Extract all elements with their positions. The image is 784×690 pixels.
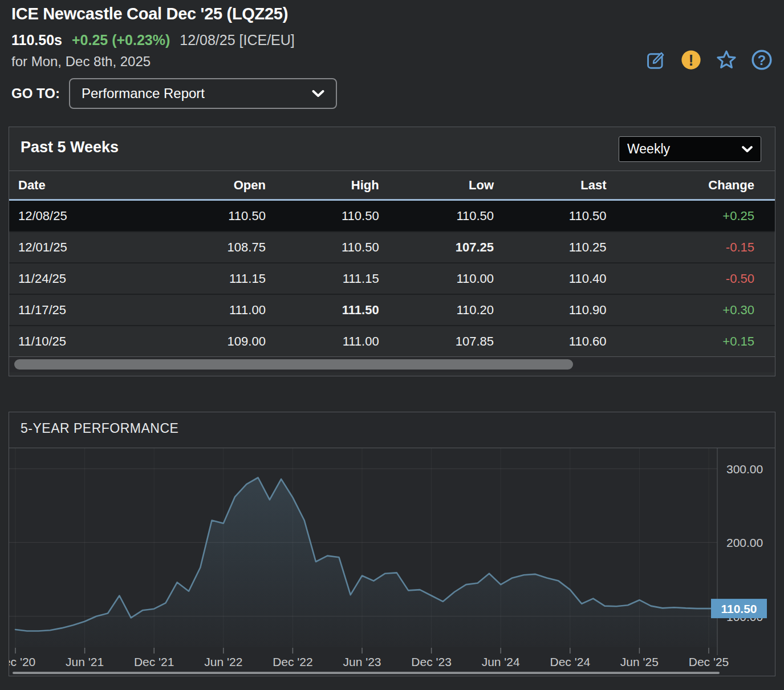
- svg-text:!: !: [689, 52, 694, 69]
- low-cell: 110.50: [381, 200, 496, 232]
- page-title: ICE Newcastle Coal Dec '25 (LQZ25): [11, 5, 288, 23]
- table-row[interactable]: 12/08/25110.50110.50110.50110.50+0.25: [9, 200, 775, 232]
- low-cell: 110.00: [381, 263, 496, 294]
- table-panel-header: Past 5 Weeks Weekly: [9, 127, 775, 171]
- price-area-fill: [15, 478, 717, 648]
- price-change: +0.25 (+0.23%): [72, 32, 170, 48]
- help-icon[interactable]: ?: [751, 49, 773, 71]
- date-cell: 11/10/25: [9, 326, 155, 356]
- date-cell: 12/08/25: [9, 200, 155, 232]
- svg-text:?: ?: [758, 52, 766, 68]
- open-cell: 111.15: [155, 263, 268, 294]
- quote-date-source: 12/08/25 [ICE/EU]: [180, 32, 295, 48]
- goto-row: GO TO: Performance Report: [11, 78, 337, 109]
- weekly-price-table: Date Open High Low Last Change 12/08/251…: [9, 171, 775, 356]
- chart-area: Dec '20Jun '21Dec '21Jun '22Dec '22Jun '…: [9, 448, 775, 671]
- chevron-down-icon: [312, 90, 324, 98]
- table-row[interactable]: 11/17/25111.00111.50110.20110.90+0.30: [9, 294, 775, 326]
- chevron-down-icon: [742, 146, 753, 153]
- open-cell: 109.00: [155, 326, 268, 356]
- five-year-performance-chart[interactable]: Dec '20Jun '21Dec '21Jun '22Dec '22Jun '…: [9, 448, 775, 671]
- change-cell: +0.30: [609, 294, 775, 326]
- x-axis-label: Jun '23: [343, 655, 381, 668]
- col-high: High: [268, 171, 381, 200]
- open-cell: 111.00: [155, 294, 268, 326]
- x-axis-label: Dec '20: [9, 655, 35, 668]
- low-cell: 107.85: [381, 326, 496, 356]
- goto-select[interactable]: Performance Report: [69, 78, 337, 109]
- last-cell: 110.50: [496, 200, 608, 232]
- last-cell: 110.60: [496, 326, 608, 356]
- last-price: 110.50s: [11, 32, 62, 48]
- chart-horizontal-scrollbar[interactable]: [13, 672, 720, 674]
- past-5-weeks-panel: Past 5 Weeks Weekly Date Open High Low L…: [9, 127, 775, 376]
- y-axis-label: 200.00: [726, 536, 763, 549]
- date-cell: 12/01/25: [9, 232, 155, 263]
- x-axis-label: Jun '21: [66, 655, 104, 668]
- five-year-performance-panel: 5-YEAR PERFORMANCE Dec '20Jun '21Dec '21…: [9, 412, 775, 676]
- table-row[interactable]: 12/01/25108.75110.50107.25110.25-0.15: [9, 232, 775, 263]
- table-panel-title: Past 5 Weeks: [21, 139, 119, 156]
- high-cell: 110.50: [268, 232, 381, 263]
- high-cell: 111.50: [268, 294, 381, 326]
- goto-select-value: Performance Report: [82, 86, 205, 102]
- period-select[interactable]: Weekly: [619, 136, 761, 162]
- last-cell: 110.25: [496, 232, 608, 263]
- x-axis-label: Dec '25: [689, 655, 729, 668]
- quote-summary: 110.50s +0.25 (+0.23%) 12/08/25 [ICE/EU]: [11, 32, 295, 48]
- open-cell: 108.75: [155, 232, 268, 263]
- low-cell: 107.25: [381, 232, 496, 263]
- table-row[interactable]: 11/10/25109.00111.00107.85110.60+0.15: [9, 326, 775, 356]
- x-axis-label: Dec '24: [550, 655, 591, 668]
- low-cell: 110.20: [381, 294, 496, 326]
- col-change: Change: [609, 171, 775, 200]
- change-cell: +0.25: [609, 200, 775, 232]
- chart-panel-header: 5-YEAR PERFORMANCE: [9, 412, 775, 448]
- x-axis-label: Jun '22: [204, 655, 242, 668]
- table-row[interactable]: 11/24/25111.15111.15110.00110.40-0.50: [9, 263, 775, 294]
- y-axis-label: 300.00: [726, 462, 763, 476]
- last-cell: 110.90: [496, 294, 608, 326]
- date-cell: 11/17/25: [9, 294, 155, 326]
- change-cell: -0.15: [609, 232, 775, 263]
- goto-label: GO TO:: [11, 86, 60, 102]
- x-axis-label: Dec '22: [273, 655, 313, 668]
- high-cell: 110.50: [268, 200, 381, 232]
- table-horizontal-scrollbar[interactable]: [9, 356, 775, 372]
- change-cell: +0.15: [609, 326, 775, 356]
- change-cell: -0.50: [609, 263, 775, 294]
- col-open: Open: [155, 171, 268, 200]
- period-select-value: Weekly: [627, 141, 670, 157]
- x-axis-label: Dec '21: [134, 655, 174, 668]
- performance-report-page: ICE Newcastle Coal Dec '25 (LQZ25) 110.5…: [0, 0, 784, 690]
- open-cell: 110.50: [155, 200, 268, 232]
- quote-for-date: for Mon, Dec 8th, 2025: [11, 54, 151, 70]
- alert-icon[interactable]: !: [680, 49, 702, 71]
- col-last: Last: [496, 171, 608, 200]
- last-price-badge-label: 110.50: [721, 602, 757, 615]
- date-cell: 11/24/25: [9, 263, 155, 294]
- star-icon[interactable]: [716, 49, 737, 71]
- scrollbar-thumb[interactable]: [14, 359, 573, 370]
- last-cell: 110.40: [496, 263, 608, 294]
- high-cell: 111.15: [268, 263, 381, 294]
- col-date: Date: [9, 171, 155, 200]
- x-axis-label: Dec '23: [411, 655, 452, 668]
- edit-icon[interactable]: [645, 49, 667, 71]
- high-cell: 111.00: [268, 326, 381, 356]
- x-axis-label: Jun '24: [482, 655, 520, 668]
- header-action-icons: ! ?: [645, 49, 773, 71]
- col-low: Low: [381, 171, 496, 200]
- x-axis-label: Jun '25: [620, 655, 659, 668]
- chart-panel-title: 5-YEAR PERFORMANCE: [21, 421, 178, 436]
- table-header-row: Date Open High Low Last Change: [9, 171, 775, 200]
